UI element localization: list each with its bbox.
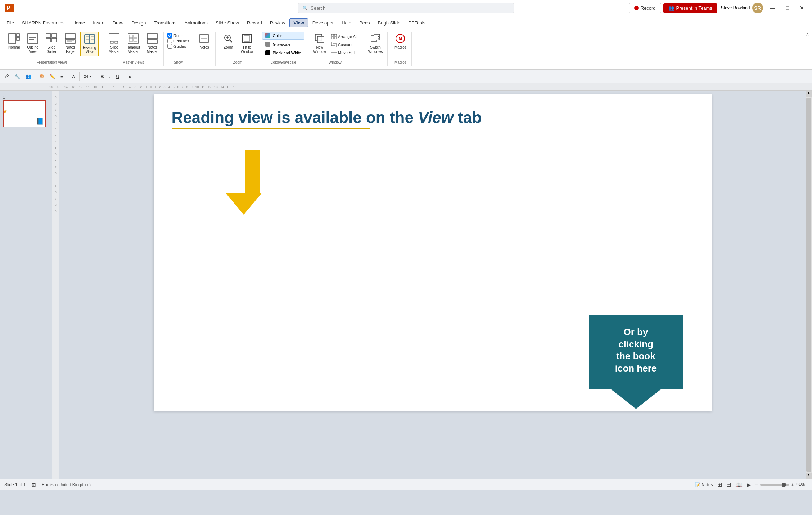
scroll-up-button[interactable]: ▲ — [806, 91, 812, 97]
ribbon-btn-handout-master[interactable]: HandoutMaster — [124, 32, 143, 56]
present-in-teams-button[interactable]: 👥 Present in Teams — [663, 3, 717, 13]
ribbon-btn-notes-master[interactable]: NotesMaster — [143, 32, 161, 56]
slide-canvas: Reading view is available on the View ta… — [154, 94, 712, 411]
minimize-button[interactable]: — — [767, 4, 779, 12]
menu-review[interactable]: Review — [266, 18, 289, 28]
toolbar-color[interactable]: 🎨 — [38, 73, 46, 79]
toolbar-tool-1[interactable]: 🖊 — [2, 73, 11, 80]
ribbon-btn-reading-view[interactable]: ReadingView — [80, 32, 99, 56]
macros-buttons: M Macros — [391, 32, 409, 60]
scroll-thumb[interactable] — [806, 98, 811, 472]
svg-rect-26 — [110, 41, 113, 43]
window-buttons: NewWindow Arrange All Cascade Move Split — [311, 32, 360, 60]
menu-sharpn[interactable]: SHARPN Favourites — [18, 18, 68, 28]
search-box[interactable]: 🔍 — [298, 3, 514, 13]
ribbon-btn-switch-windows[interactable]: SwitchWindows — [366, 32, 385, 56]
menu-slideshow[interactable]: Slide Show — [212, 18, 243, 28]
toolbar-more[interactable]: » — [126, 72, 134, 81]
zoom-slider[interactable] — [760, 484, 789, 486]
ribbon-group-color-grayscale: Color Grayscale Black and White Color/Gr… — [260, 32, 307, 66]
slide-master-icon — [108, 33, 120, 45]
menu-draw[interactable]: Draw — [109, 18, 127, 28]
menu-view[interactable]: View — [289, 18, 308, 27]
ribbon-collapse-button[interactable]: ∧ — [806, 32, 809, 37]
language[interactable]: English (United Kingdom) — [42, 482, 91, 487]
slide-thumb-container-1: 1 ★ 📘 — [1, 94, 50, 129]
svg-rect-9 — [46, 34, 51, 37]
menu-help[interactable]: Help — [338, 18, 355, 28]
slideshow-icon[interactable]: ▶ — [747, 482, 751, 488]
menu-developer[interactable]: Developer — [309, 18, 337, 28]
user-info[interactable]: Steve Rowland SR — [721, 3, 763, 13]
normal-view-icon[interactable]: ⊞ — [717, 481, 722, 488]
menu-home[interactable]: Home — [69, 18, 89, 28]
record-button[interactable]: Record — [629, 3, 661, 13]
ribbon-btn-notes-page[interactable]: NotesPage — [61, 32, 79, 56]
title-bar: P 🔍 Record 👥 Present in Teams Steve Rowl… — [0, 0, 812, 16]
guides-check[interactable]: Guides — [167, 44, 189, 49]
menu-design[interactable]: Design — [128, 18, 149, 28]
ribbon-btn-slide-sorter[interactable]: SlideSorter — [42, 32, 60, 56]
ribbon-btn-macros[interactable]: M Macros — [391, 32, 409, 51]
move-split-button[interactable]: Move Split — [329, 49, 360, 56]
slide-title-italic: View — [418, 109, 454, 126]
maximize-button[interactable]: □ — [782, 4, 793, 12]
accessibility-icon[interactable]: ⊡ — [32, 482, 36, 488]
menu-record[interactable]: Record — [243, 18, 266, 28]
toolbar-italic[interactable]: I — [107, 73, 113, 80]
color-dot — [265, 33, 270, 38]
toolbar-fontsize[interactable]: 24 ▾ — [82, 73, 94, 80]
toolbar-highlight[interactable]: ✏️ — [47, 73, 57, 80]
gridlines-checkbox[interactable] — [167, 38, 172, 43]
menu-pens[interactable]: Pens — [356, 18, 374, 28]
toolbar-align[interactable]: ≡ — [58, 73, 66, 80]
teal-callout-box: Or byclickingthe bookicon here — [589, 315, 683, 389]
avatar: SR — [752, 3, 763, 13]
cascade-button[interactable]: Cascade — [329, 41, 360, 48]
zoom-percent[interactable]: 94% — [796, 482, 808, 487]
notes-status[interactable]: 📝 Notes — [695, 482, 713, 487]
guides-checkbox[interactable] — [167, 44, 172, 49]
canvas-area[interactable]: Reading view is available on the View ta… — [59, 91, 806, 479]
ribbon-btn-normal[interactable]: Normal — [5, 32, 23, 51]
ribbon-group-zoom: Zoom Fit toWindow Zoom — [217, 32, 258, 66]
menu-brightslide[interactable]: BrightSlide — [374, 18, 404, 28]
toolbar-font[interactable]: A — [70, 73, 77, 80]
grayscale-button[interactable]: Grayscale — [262, 40, 304, 48]
slide-thumbnail-1[interactable]: ★ 📘 — [3, 100, 46, 127]
arrange-icon — [331, 34, 337, 39]
toolbar-bold[interactable]: B — [98, 73, 106, 80]
menu-insert[interactable]: Insert — [89, 18, 108, 28]
reading-view-status-icon[interactable]: 📖 — [735, 481, 743, 488]
toolbar-underline[interactable]: U — [114, 73, 121, 80]
new-window-icon — [315, 33, 325, 45]
switch-windows-label: SwitchWindows — [368, 45, 383, 54]
search-input[interactable] — [311, 5, 509, 11]
arrange-all-button[interactable]: Arrange All — [329, 33, 360, 40]
menu-animations[interactable]: Animations — [181, 18, 211, 28]
close-button[interactable]: ✕ — [796, 4, 808, 12]
ruler-checkbox[interactable] — [167, 33, 172, 38]
right-scrollbar[interactable]: ▲ ▼ — [806, 91, 812, 479]
ruler-check[interactable]: Ruler — [167, 33, 189, 38]
toolbar-teams[interactable]: 👥 — [23, 73, 33, 80]
slide-sorter-status-icon[interactable]: ⊟ — [726, 481, 731, 488]
gridlines-check[interactable]: Gridlines — [167, 38, 189, 43]
menu-transitions[interactable]: Transitions — [150, 18, 180, 28]
yellow-arrow-head — [226, 193, 262, 215]
new-window-label: NewWindow — [313, 45, 326, 54]
menu-pptools[interactable]: PPTools — [405, 18, 429, 28]
ribbon-btn-new-window[interactable]: NewWindow — [311, 32, 329, 56]
ribbon-btn-notes[interactable]: Notes — [195, 32, 213, 51]
ribbon-btn-outline-view[interactable]: OutlineView — [24, 32, 42, 56]
menu-file[interactable]: File — [3, 18, 18, 28]
ribbon-btn-slide-master[interactable]: SlideMaster — [105, 32, 123, 56]
scroll-down-button[interactable]: ▼ — [806, 473, 812, 479]
zoom-plus[interactable]: + — [791, 482, 794, 488]
toolbar-tool-2[interactable]: 🔧 — [12, 73, 22, 80]
black-white-button[interactable]: Black and White — [262, 49, 304, 57]
color-button[interactable]: Color — [262, 32, 304, 40]
ribbon-btn-fit-to-window[interactable]: Fit toWindow — [238, 32, 256, 56]
ribbon-btn-zoom[interactable]: Zoom — [219, 32, 237, 51]
zoom-minus[interactable]: − — [755, 482, 758, 488]
